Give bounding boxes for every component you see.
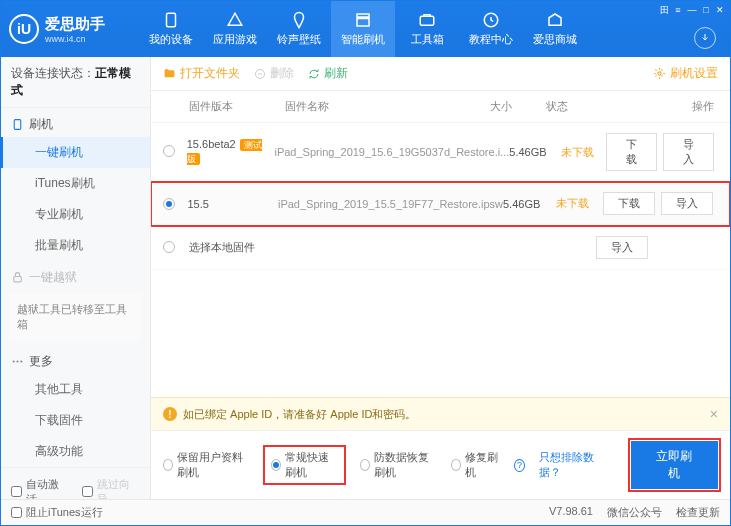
svg-rect-3: [14, 120, 21, 130]
help-icon[interactable]: ?: [514, 459, 525, 472]
connection-status: 设备连接状态：正常模式: [1, 57, 150, 108]
refresh-button[interactable]: 刷新: [308, 65, 348, 82]
topnav-4[interactable]: 工具箱: [395, 1, 459, 57]
import-button[interactable]: 导入: [663, 133, 714, 171]
skip-guide-checkbox[interactable]: [82, 486, 93, 497]
row-status: 未下载: [561, 145, 607, 160]
sidebar-section-jailbreak: 一键越狱: [1, 261, 150, 290]
window-button-1[interactable]: ≡: [672, 4, 684, 16]
jailbreak-moved-note[interactable]: 越狱工具已转移至工具箱: [9, 294, 142, 341]
window-button-2[interactable]: —: [686, 4, 698, 16]
flash-now-button[interactable]: 立即刷机: [631, 441, 719, 489]
th-ops: 操作: [596, 99, 718, 114]
sidebar-flash-item-2[interactable]: 专业刷机: [1, 199, 150, 230]
window-button-0[interactable]: 田: [658, 4, 670, 16]
radio-icon: [163, 459, 173, 471]
topnav-3[interactable]: 智能刷机: [331, 1, 395, 57]
topnav-6[interactable]: 爱思商城: [523, 1, 587, 57]
radio-icon: [451, 459, 461, 471]
topnav-0[interactable]: 我的设备: [139, 1, 203, 57]
notice-text: 如已绑定 Apple ID，请准备好 Apple ID和密码。: [183, 407, 417, 422]
svg-rect-4: [14, 276, 22, 281]
firmware-row[interactable]: 15.5iPad_Spring_2019_15.5_19F77_Restore.…: [151, 182, 730, 226]
svg-rect-1: [420, 16, 434, 25]
sidebar-more-item-2[interactable]: 高级功能: [1, 436, 150, 467]
svg-point-5: [13, 361, 14, 362]
svg-point-7: [21, 361, 22, 362]
wechat-link[interactable]: 微信公众号: [607, 505, 662, 520]
svg-rect-0: [167, 13, 176, 27]
version-label: V7.98.61: [549, 505, 593, 520]
open-folder-button[interactable]: 打开文件夹: [163, 65, 240, 82]
row-radio[interactable]: [163, 198, 175, 210]
auto-activate-checkbox[interactable]: [11, 486, 22, 497]
sidebar-section-flash: 刷机: [1, 108, 150, 137]
local-firmware-label: 选择本地固件: [189, 240, 285, 255]
app-name: 爱思助手: [45, 15, 105, 34]
delete-button[interactable]: 删除: [254, 65, 294, 82]
row-size: 5.46GB: [509, 146, 560, 158]
th-size: 大小: [490, 99, 546, 114]
row-filename: iPad_Spring_2019_15.5_19F77_Restore.ipsw: [278, 198, 503, 210]
window-button-3[interactable]: □: [700, 4, 712, 16]
row-status: 未下载: [556, 196, 603, 211]
sidebar-flash-item-1[interactable]: iTunes刷机: [1, 168, 150, 199]
flash-mode-1[interactable]: 常规快速刷机: [263, 445, 347, 485]
sidebar-more-item-0[interactable]: 其他工具: [1, 374, 150, 405]
row-filename: iPad_Spring_2019_15.6_19G5037d_Restore.i…: [274, 146, 509, 158]
download-button[interactable]: 下载: [603, 192, 655, 215]
import-button[interactable]: 导入: [596, 236, 648, 259]
download-button[interactable]: 下载: [606, 133, 657, 171]
import-button[interactable]: 导入: [661, 192, 713, 215]
app-logo-icon: iU: [9, 14, 39, 44]
th-version: 固件版本: [189, 99, 285, 114]
local-firmware-row[interactable]: 选择本地固件导入: [151, 226, 730, 270]
svg-point-9: [658, 72, 661, 75]
warning-icon: !: [163, 407, 177, 421]
topnav-1[interactable]: 应用游戏: [203, 1, 267, 57]
sidebar-more-item-1[interactable]: 下载固件: [1, 405, 150, 436]
firmware-row[interactable]: 15.6beta2测试版iPad_Spring_2019_15.6_19G503…: [151, 123, 730, 182]
radio-icon: [271, 459, 281, 471]
window-controls: 田≡—□✕: [658, 4, 726, 16]
topnav-5[interactable]: 教程中心: [459, 1, 523, 57]
block-itunes-label: 阻止iTunes运行: [26, 505, 103, 520]
sidebar-flash-item-0[interactable]: 一键刷机: [1, 137, 150, 168]
row-radio[interactable]: [163, 145, 175, 157]
th-status: 状态: [546, 99, 596, 114]
row-radio[interactable]: [163, 241, 175, 253]
sidebar-flash-item-3[interactable]: 批量刷机: [1, 230, 150, 261]
row-version: 15.6beta2: [187, 138, 236, 150]
row-size: 5.46GB: [503, 198, 556, 210]
sidebar-section-more: 更多: [1, 345, 150, 374]
app-url: www.i4.cn: [45, 34, 105, 44]
window-button-4[interactable]: ✕: [714, 4, 726, 16]
check-update-link[interactable]: 检查更新: [676, 505, 720, 520]
flash-mode-2[interactable]: 防数据恢复刷机: [360, 450, 437, 480]
row-version: 15.5: [188, 198, 209, 210]
th-name: 固件名称: [285, 99, 490, 114]
flash-settings-button[interactable]: 刷机设置: [653, 65, 718, 82]
topnav-2[interactable]: 铃声壁纸: [267, 1, 331, 57]
exclude-data-link[interactable]: 只想排除数据？: [539, 450, 602, 480]
flash-mode-3[interactable]: 修复刷机: [451, 450, 500, 480]
svg-point-6: [17, 361, 18, 362]
flash-mode-0[interactable]: 保留用户资料刷机: [163, 450, 249, 480]
block-itunes-checkbox[interactable]: [11, 507, 22, 518]
notice-close-icon[interactable]: ×: [710, 406, 718, 422]
download-indicator-icon[interactable]: [694, 27, 716, 49]
radio-icon: [360, 459, 370, 471]
